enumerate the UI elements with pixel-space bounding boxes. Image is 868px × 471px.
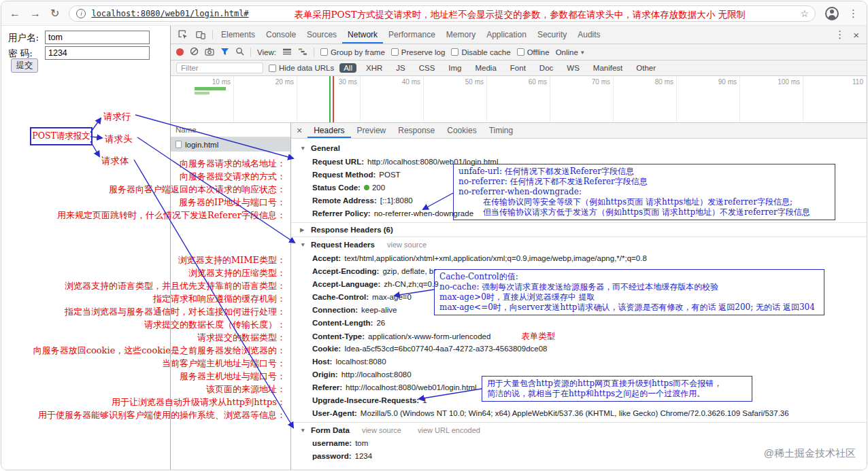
request-headers-section-header[interactable]: ▼ Request Headers view source: [291, 237, 867, 252]
bookmark-star-icon[interactable]: ☆: [800, 8, 809, 19]
tab-network[interactable]: Network: [342, 26, 383, 43]
tab-audits[interactable]: Audits: [572, 26, 605, 43]
tab-elements[interactable]: Elements: [216, 26, 261, 43]
reload-icon[interactable]: ↻: [50, 8, 59, 19]
capture-screenshots-icon[interactable]: [205, 48, 214, 57]
filter-pill-font[interactable]: Font: [506, 63, 530, 73]
view-source-link[interactable]: view source: [387, 241, 427, 249]
request-row-login[interactable]: login.html: [171, 137, 290, 152]
username-input[interactable]: [45, 31, 150, 44]
back-icon[interactable]: ←: [10, 8, 20, 19]
header-name: Request Method:: [312, 171, 375, 179]
tab-security[interactable]: Security: [532, 26, 572, 43]
caret-down-icon: ▾: [581, 49, 584, 56]
devtools-tabbar: Elements Console Sources Network Perform…: [171, 26, 867, 44]
header-row: Remote Address:[::1]:8080: [291, 194, 867, 207]
view-url-encoded-link[interactable]: view URL encoded: [418, 426, 480, 434]
form-data-section-header[interactable]: ▼ Form Data view source view URL encoded: [291, 422, 867, 437]
disable-cache-checkbox[interactable]: [451, 48, 458, 56]
view-waterfall-icon[interactable]: [298, 48, 307, 57]
record-button[interactable]: [176, 48, 184, 56]
tab-performance[interactable]: Performance: [383, 26, 441, 43]
view-source-link[interactable]: view source: [362, 426, 401, 434]
offline-checkbox[interactable]: [517, 48, 524, 56]
filter-pill-xhr[interactable]: XHR: [362, 63, 386, 73]
detail-tab-headers[interactable]: Headers: [307, 123, 350, 138]
browser-toolbar: ← → ↻ i localhost:8080/web01/login.html#…: [1, 1, 867, 26]
username-label: 用户名:: [8, 32, 39, 44]
header-name: Cache-Control:: [312, 293, 369, 301]
devtools-close-icon[interactable]: ×: [853, 29, 859, 41]
detail-tab-preview[interactable]: Preview: [351, 123, 393, 138]
forward-icon[interactable]: →: [30, 8, 41, 19]
header-row: Accept-Language:zh-CN,zh;q=0.9: [291, 278, 867, 291]
address-bar[interactable]: i localhost:8080/web01/login.html# 表单采用P…: [69, 5, 816, 22]
hide-data-urls-checkbox[interactable]: [269, 65, 276, 72]
header-row: Accept:text/html,application/xhtml+xml,a…: [291, 252, 867, 265]
general-section-header[interactable]: ▼ General: [291, 141, 867, 156]
request-details-panel: × Headers Preview Response Cookies Timin…: [291, 123, 867, 470]
throttling-select[interactable]: Online ▾: [556, 48, 584, 56]
group-by-frame-checkbox[interactable]: [320, 48, 328, 56]
browser-menu-icon[interactable]: ⋮: [848, 7, 858, 20]
header-name: Status Code:: [312, 184, 361, 192]
detail-tab-response[interactable]: Response: [392, 123, 441, 138]
filter-pill-doc[interactable]: Doc: [535, 63, 557, 73]
filter-pill-all[interactable]: All: [339, 63, 356, 73]
divider: [250, 48, 251, 57]
header-row: Cache-Control:max-age=0: [291, 291, 867, 304]
header-name: Connection:: [312, 306, 358, 314]
search-icon[interactable]: [235, 47, 244, 57]
timeline-tick: 110: [803, 76, 867, 122]
filter-pill-img[interactable]: Img: [444, 63, 465, 73]
filter-pill-manifest[interactable]: Manifest: [589, 63, 627, 73]
triangle-down-icon: ▼: [300, 241, 307, 248]
view-list-icon[interactable]: [282, 48, 292, 57]
name-column-header[interactable]: Name: [171, 123, 290, 137]
filter-pill-media[interactable]: Media: [471, 63, 501, 73]
header-name: Origin:: [312, 370, 338, 379]
header-value: application/x-www-form-urlencoded: [368, 332, 490, 341]
response-headers-section-header[interactable]: ▶ Response Headers (6): [291, 222, 867, 237]
network-timeline[interactable]: 10 ms 20 ms 30 ms 40 ms 50 ms 60 ms 70 m…: [171, 76, 867, 123]
tab-memory[interactable]: Memory: [441, 26, 481, 43]
header-value: zh-CN,zh;q=0.9: [384, 280, 438, 288]
header-value: http://localhost:8080/web01/login.html: [346, 383, 476, 391]
site-info-icon[interactable]: i: [76, 9, 86, 18]
header-row: Request URL:http://localhost:8080/web01/…: [291, 156, 867, 169]
throttling-value: Online: [556, 48, 578, 56]
device-toolbar-icon[interactable]: [192, 26, 210, 43]
preserve-log-checkbox[interactable]: [391, 48, 399, 56]
clear-icon[interactable]: [190, 47, 199, 57]
profile-avatar[interactable]: [825, 7, 839, 20]
network-toolbar: View: Group by frame Preserve log Disabl…: [171, 44, 867, 60]
tab-console[interactable]: Console: [261, 26, 301, 43]
disable-cache-label: Disable cache: [461, 48, 510, 56]
header-row: Cookie:Idea-a5cf53cd=6bc07740-4aa7-4272-…: [291, 343, 867, 355]
header-name: Cookie:: [312, 345, 341, 353]
header-name: Content-Length:: [312, 319, 373, 327]
url-text[interactable]: localhost:8080/web01/login.html#: [91, 9, 248, 18]
triangle-down-icon: ▼: [300, 145, 307, 152]
password-input[interactable]: [45, 46, 150, 60]
devtools-more-icon[interactable]: ⋮: [835, 29, 845, 41]
group-by-frame-label: Group by frame: [331, 48, 385, 56]
filter-pill-other[interactable]: Other: [632, 63, 660, 73]
header-name: Remote Address:: [312, 196, 377, 205]
filter-pill-css[interactable]: CSS: [415, 63, 439, 73]
filter-pill-js[interactable]: JS: [392, 63, 409, 73]
detail-tab-timing[interactable]: Timing: [483, 123, 520, 138]
dom-content-loaded-line: [329, 76, 331, 122]
filter-pill-ws[interactable]: WS: [563, 63, 584, 73]
submit-button[interactable]: 提交: [11, 58, 38, 73]
tab-sources[interactable]: Sources: [301, 26, 342, 43]
hide-data-urls-label: Hide data URLs: [279, 64, 334, 72]
header-value: 1: [422, 396, 427, 404]
close-details-icon[interactable]: ×: [291, 123, 307, 138]
tab-application[interactable]: Application: [481, 26, 532, 43]
detail-tab-cookies[interactable]: Cookies: [441, 123, 482, 138]
header-row: Content-Type:application/x-www-form-urle…: [291, 330, 867, 343]
filter-input[interactable]: [176, 63, 263, 73]
filter-funnel-icon[interactable]: [220, 48, 229, 57]
inspect-element-icon[interactable]: [174, 26, 192, 43]
